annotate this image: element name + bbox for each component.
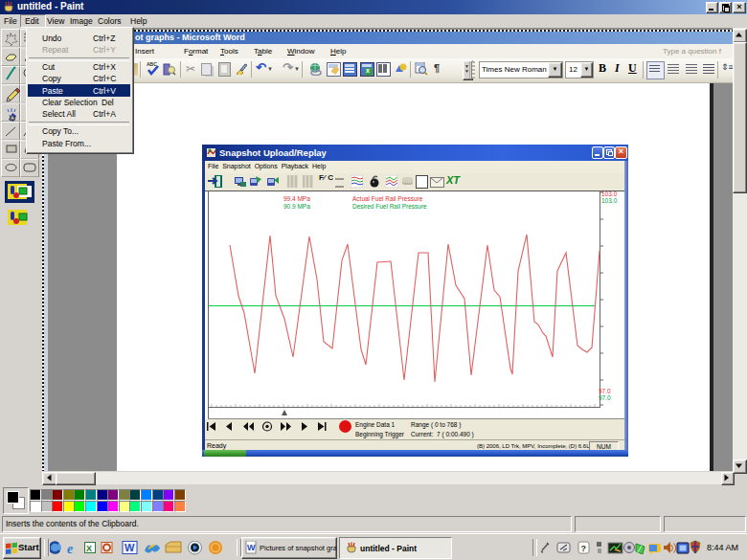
svg-text:ABC: ABC — [147, 61, 157, 67]
svg-text:e: e — [67, 542, 73, 555]
svg-text:X: X — [86, 544, 92, 553]
svg-text:W: W — [247, 543, 256, 552]
svg-text:W: W — [124, 542, 135, 553]
svg-text:?: ? — [581, 544, 587, 553]
